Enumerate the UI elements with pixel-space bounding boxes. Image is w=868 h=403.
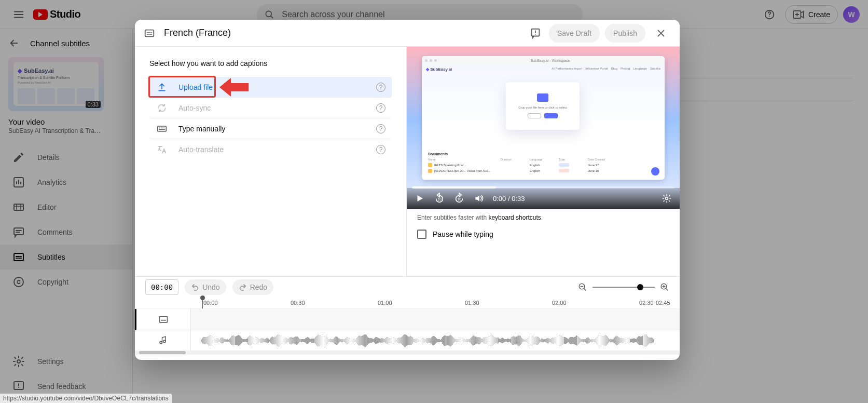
svg-point-22 <box>160 342 162 344</box>
pause-while-typing-checkbox[interactable] <box>417 230 426 239</box>
audio-track-icon[interactable] <box>135 330 190 351</box>
tick: 02:30 <box>639 300 654 306</box>
svg-point-9 <box>17 360 20 363</box>
rewind-10-button[interactable]: 10 <box>434 193 445 204</box>
option-auto-translate-label: Auto-translate <box>178 145 224 154</box>
report-icon[interactable] <box>527 25 544 42</box>
caption-track-icon[interactable] <box>135 309 190 330</box>
close-icon <box>655 28 667 39</box>
waveform <box>201 334 680 347</box>
menu-icon[interactable] <box>8 4 29 25</box>
video-title: SubEasy AI Transcription & Translati... <box>8 127 102 135</box>
close-button[interactable] <box>651 23 671 44</box>
zoom-out-icon <box>578 283 587 292</box>
create-icon <box>793 10 804 19</box>
audio-lane[interactable] <box>191 330 680 351</box>
annotation-red-arrow <box>219 78 249 97</box>
upload-icon <box>156 81 168 93</box>
option-upload-file[interactable]: Upload file ? <box>149 77 392 98</box>
save-draft-button[interactable]: Save Draft <box>549 24 600 43</box>
status-bar-url: https://studio.youtube.com/video/DbuveOe… <box>0 394 172 403</box>
timecode-input[interactable]: 00:00 <box>145 279 178 295</box>
publish-button[interactable]: Publish <box>605 24 645 43</box>
nav-analytics[interactable]: Analytics <box>0 170 132 195</box>
help-icon[interactable]: ? <box>376 103 385 113</box>
auto-sync-icon <box>156 102 168 114</box>
zoom-in-icon <box>660 283 669 292</box>
translate-icon <box>156 143 168 156</box>
preview-drop-card: Drop your file here or click to select <box>506 82 580 130</box>
help-icon[interactable]: ? <box>376 145 385 154</box>
nav-settings[interactable]: Settings <box>0 349 132 374</box>
pause-while-typing-label: Pause while typing <box>433 230 493 238</box>
video-preview[interactable]: SubEasy.ai - Workspace ◆ SubEasy.ai AI P… <box>407 47 680 209</box>
caption-lane[interactable] <box>191 309 680 330</box>
option-auto-sync: Auto-sync ? <box>149 98 392 118</box>
video-thumbnail[interactable]: ◆SubEasy.ai Transcription & Subtitle Pla… <box>8 57 104 111</box>
redo-label: Redo <box>250 283 267 291</box>
svg-text:10: 10 <box>458 197 462 201</box>
tick: 00:00 <box>203 300 218 306</box>
keyboard-icon <box>156 123 168 135</box>
subtitle-editor-modal: French (France) Save Draft Publish Selec… <box>135 20 680 360</box>
your-video-label: Your video <box>8 117 124 126</box>
undo-label: Undo <box>202 283 219 291</box>
create-button[interactable]: Create <box>785 5 838 24</box>
player-time: 0:00 / 0:33 <box>493 195 525 203</box>
svg-point-8 <box>14 277 23 287</box>
help-icon[interactable]: ? <box>376 124 385 133</box>
help-icon[interactable] <box>759 4 780 25</box>
nav-feedback-label: Send feedback <box>37 382 86 391</box>
redo-icon <box>239 283 247 291</box>
undo-button[interactable]: Undo <box>185 279 226 295</box>
feedback-icon <box>12 380 25 393</box>
svg-point-18 <box>666 197 668 200</box>
forward-10-button[interactable]: 10 <box>453 193 465 204</box>
back-label: Channel subtitles <box>30 39 90 48</box>
back-to-channel-subtitles[interactable]: Channel subtitles <box>8 37 124 49</box>
option-type-manually-label: Type manually <box>178 125 225 133</box>
logo-text: Studio <box>50 8 80 20</box>
option-auto-translate: Auto-translate ? <box>149 139 392 160</box>
nav-comments-label: Comments <box>37 228 73 236</box>
preview-url-bar: SubEasy.ai - Workspace <box>439 59 662 62</box>
volume-button[interactable] <box>473 193 485 204</box>
option-type-manually[interactable]: Type manually ? <box>149 118 392 139</box>
option-upload-file-label: Upload file <box>178 83 213 91</box>
zoom-out-button[interactable] <box>578 283 587 292</box>
create-label: Create <box>808 10 830 19</box>
undo-icon <box>191 283 199 291</box>
redo-button[interactable]: Redo <box>232 279 273 295</box>
playhead[interactable] <box>202 298 203 308</box>
svg-rect-15 <box>158 126 167 131</box>
option-auto-sync-label: Auto-sync <box>178 104 211 112</box>
nav-details[interactable]: Details <box>0 145 132 170</box>
zoom-slider[interactable] <box>593 287 655 288</box>
timeline-scrollbar[interactable] <box>135 351 680 355</box>
zoom-in-button[interactable] <box>660 283 669 292</box>
youtube-studio-logo[interactable]: Studio <box>33 8 80 20</box>
timeline-ruler[interactable]: 00:00 00:30 01:00 01:30 02:00 02:30 02:4… <box>135 298 680 309</box>
comments-icon <box>12 226 25 238</box>
editor-icon <box>12 201 25 213</box>
svg-point-11 <box>18 387 19 388</box>
search-placeholder: Search across your channel <box>282 10 384 19</box>
nav-editor[interactable]: Editor <box>0 195 132 220</box>
play-button[interactable] <box>414 193 425 204</box>
nav-comments[interactable]: Comments <box>0 220 132 245</box>
svg-point-14 <box>535 33 536 34</box>
nav-copyright[interactable]: Copyright <box>0 270 132 294</box>
help-icon[interactable]: ? <box>376 83 385 92</box>
tick: 02:45 <box>656 300 670 306</box>
caption-method-heading: Select how you want to add captions <box>149 59 392 68</box>
nav-settings-label: Settings <box>37 357 64 366</box>
copyright-icon <box>12 276 25 288</box>
account-avatar[interactable]: W <box>843 6 860 23</box>
nav-subtitles[interactable]: Subtitles <box>0 245 132 270</box>
timeline[interactable]: 00:00 00:30 01:00 01:30 02:00 02:30 02:4… <box>135 298 680 360</box>
nav-analytics-label: Analytics <box>37 178 66 186</box>
player-settings-button[interactable] <box>661 193 672 204</box>
preview-nav: AI Performance reportInfluencer PortalBl… <box>552 67 660 70</box>
svg-rect-5 <box>14 204 23 210</box>
tick: 00:30 <box>291 300 305 306</box>
